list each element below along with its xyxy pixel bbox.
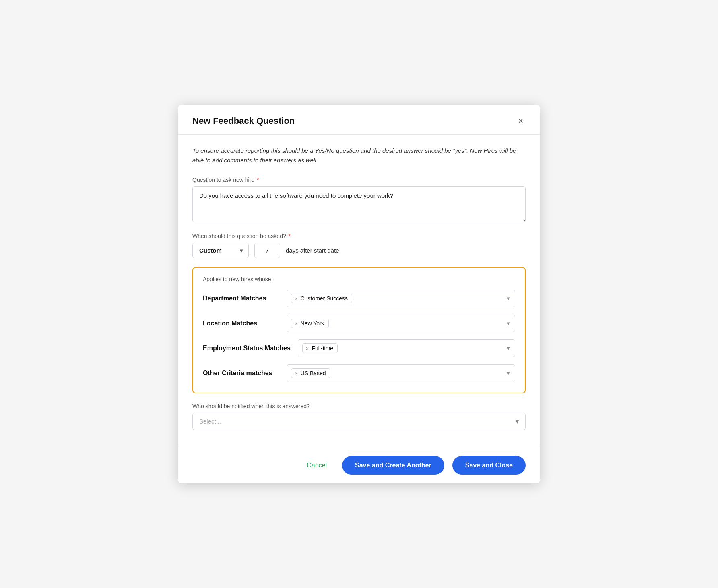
days-after-label: days after start date [286, 247, 339, 254]
location-tag-remove-icon[interactable]: × [295, 321, 298, 327]
employment-tag-select[interactable]: × Full-time ▼ [298, 339, 515, 357]
department-tag-select[interactable]: × Customer Success ▼ [287, 290, 515, 307]
criteria-label-employment: Employment Status Matches [203, 345, 291, 352]
timing-select[interactable]: Custom Day 1 Day 7 Day 30 Day 60 Day 90 [192, 243, 249, 258]
question-label: Question to ask new hire * [192, 177, 526, 183]
department-select-arrow-icon: ▼ [505, 296, 511, 302]
criteria-label-other: Other Criteria matches [203, 370, 279, 377]
other-tag-us-based: × US Based [291, 368, 330, 378]
save-and-create-another-button[interactable]: Save and Create Another [342, 456, 444, 475]
employment-select-arrow-icon: ▼ [505, 345, 511, 352]
criteria-row-other: Other Criteria matches × US Based ▼ [203, 364, 515, 382]
notify-label: Who should be notified when this is answ… [192, 403, 526, 409]
save-and-close-button[interactable]: Save and Close [452, 456, 526, 475]
location-tag-select[interactable]: × New York ▼ [287, 315, 515, 332]
modal-body: To ensure accurate reporting this should… [178, 135, 540, 447]
modal-header: New Feedback Question × [178, 105, 540, 135]
criteria-row-department: Department Matches × Customer Success ▼ [203, 290, 515, 307]
department-tag-remove-icon[interactable]: × [295, 296, 298, 302]
criteria-section-title: Applies to new hires whose: [203, 276, 515, 282]
department-tag-label: Customer Success [301, 295, 348, 302]
question-textarea[interactable] [192, 186, 526, 222]
close-button[interactable]: × [516, 116, 526, 126]
criteria-row-location: Location Matches × New York ▼ [203, 315, 515, 332]
days-input[interactable] [254, 243, 280, 258]
required-star-timing: * [287, 233, 291, 239]
other-tag-remove-icon[interactable]: × [295, 370, 298, 376]
cancel-button[interactable]: Cancel [299, 458, 334, 473]
other-select-arrow-icon: ▼ [505, 370, 511, 376]
other-tag-label: US Based [301, 370, 326, 376]
notify-select-wrapper: Select... ▼ [192, 413, 526, 430]
location-tag-new-york: × New York [291, 319, 329, 328]
required-star-question: * [255, 177, 259, 183]
location-tag-label: New York [301, 320, 324, 327]
notify-select[interactable]: Select... [192, 413, 526, 430]
criteria-label-location: Location Matches [203, 320, 279, 327]
timing-select-wrapper: Custom Day 1 Day 7 Day 30 Day 60 Day 90 … [192, 243, 249, 258]
timing-label: When should this question be asked? * [192, 233, 526, 239]
department-tag-customer-success: × Customer Success [291, 294, 352, 303]
notify-group: Who should be notified when this is answ… [192, 403, 526, 430]
question-group: Question to ask new hire * [192, 177, 526, 224]
modal-footer: Cancel Save and Create Another Save and … [178, 447, 540, 483]
employment-tag-remove-icon[interactable]: × [306, 345, 309, 352]
location-select-arrow-icon: ▼ [505, 321, 511, 327]
modal-title: New Feedback Question [192, 116, 295, 126]
timing-row: Custom Day 1 Day 7 Day 30 Day 60 Day 90 … [192, 243, 526, 258]
employment-tag-fulltime: × Full-time [302, 343, 338, 353]
employment-tag-label: Full-time [312, 345, 333, 352]
criteria-box: Applies to new hires whose: Department M… [192, 267, 526, 393]
timing-group: When should this question be asked? * Cu… [192, 233, 526, 258]
new-feedback-question-modal: New Feedback Question × To ensure accura… [178, 105, 540, 483]
criteria-label-department: Department Matches [203, 295, 279, 302]
criteria-row-employment: Employment Status Matches × Full-time ▼ [203, 339, 515, 357]
other-tag-select[interactable]: × US Based ▼ [287, 364, 515, 382]
info-text: To ensure accurate reporting this should… [192, 146, 526, 165]
